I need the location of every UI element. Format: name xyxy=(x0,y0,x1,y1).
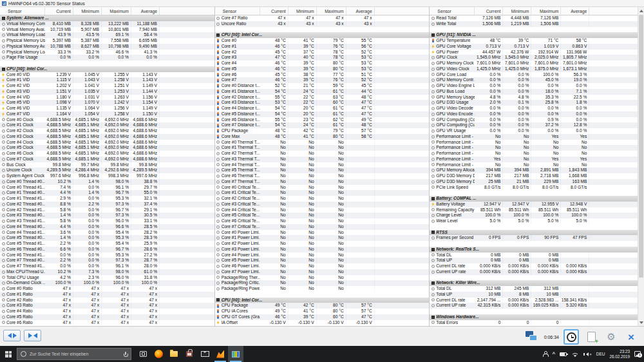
sensor-row[interactable]: Core #1 VID1.115 V1.043 V1.258 V1.143 V xyxy=(0,77,214,83)
sensor-row[interactable]: Core #3 Distance t...53 °C22 °C60 °C47 °… xyxy=(215,100,430,106)
sensor-row[interactable]: Virtual Memory Load43.9 %43.5 %69.1 %58.… xyxy=(0,32,214,38)
section-header-row[interactable]: CPU [#0]: Intel Cor... xyxy=(215,298,430,303)
taskbar-icon-mail[interactable] xyxy=(197,346,213,362)
sensor-row[interactable]: GPU Temperature48 °C39 °C71 °C58 °C xyxy=(430,38,644,44)
sensor-row[interactable]: Physical Memory Load33.3 %33.2 %46.6 %41… xyxy=(0,50,214,55)
sensor-row[interactable]: Core #0 Critical Te...NoNoNo xyxy=(215,185,430,191)
sensor-row[interactable]: Core #4 Clock4,688.5 MHz4,685.1 MHz4,692… xyxy=(0,140,214,146)
sensor-row[interactable]: GPU Bus Load0.0 %0.0 %18.0 %7.1 % xyxy=(430,89,644,95)
sensor-row[interactable]: Core #5 Thread #0...1.4 %0.0 %95.3 %28.3… xyxy=(0,235,214,241)
sensor-row[interactable]: PCIe Link Speed8.0 GT/s8.0 GT/s8.0 GT/s8… xyxy=(430,185,644,191)
sensor-row[interactable]: Core #048 °C41 °C79 °C55 °C xyxy=(215,38,430,44)
sensor-row[interactable]: Core #446 °C39 °C80 °C53 °C xyxy=(215,61,430,66)
sensor-row[interactable]: Core #7 Distance t...54 °C24 °C61 °C48 °… xyxy=(215,122,430,128)
sensor-row[interactable]: Core #245 °C37 °C78 °C52 °C xyxy=(215,50,430,55)
sensor-row[interactable]: Current DL rate0.000 KB/s0.000 KB/s0.000… xyxy=(430,263,644,269)
column-header-maximum[interactable]: Maximum xyxy=(317,7,346,15)
taskbar-icon-hwinfo-sensors[interactable] xyxy=(228,346,243,362)
people-icon[interactable] xyxy=(542,351,548,357)
sensor-row[interactable]: Core #4 VID1.180 V1.031 V1.263 V1.156 V xyxy=(0,95,214,100)
sensor-row[interactable]: Battery Voltage12.947 V12.947 V12.955 V1… xyxy=(430,202,644,207)
sensor-row[interactable]: Core #0 Power Limi...NoNoNo xyxy=(215,230,430,236)
sensor-row[interactable]: Core #2 Distance t...55 °C22 °C63 °C48 °… xyxy=(215,95,430,100)
wifi-icon[interactable] xyxy=(571,351,579,357)
volume-muted-icon[interactable]: × xyxy=(583,352,592,356)
sensor-row[interactable]: Core #2 Thermal T...NoNoNo xyxy=(215,151,430,157)
sensor-row[interactable]: Total UP10 MB8 MB10 MB xyxy=(430,292,644,298)
language-indicator[interactable]: DEU xyxy=(596,352,605,356)
section-header-row[interactable]: GPU [#1]: NVIDIA ... xyxy=(430,32,644,38)
sensor-row[interactable]: IA Offset-0.130 V-0.130 V-0.130 V-0.130 … xyxy=(215,320,430,326)
sensor-row[interactable]: Core #746 °C39 °C76 °C52 °C xyxy=(215,77,430,83)
sensor-row[interactable]: GPU Clock1,545.0 MHz1,545.0 MHz2,025.0 M… xyxy=(430,55,644,61)
taskbar-search[interactable]: Zur Suche Text hier eingeben xyxy=(17,348,131,360)
sensor-row[interactable]: Performance Limit - ...NoNoNoNo xyxy=(430,140,644,146)
section-header-row[interactable]: Network: RealTek S... xyxy=(430,247,644,252)
sensor-row[interactable]: Core #4 Ratio47 x47 x47 x47 x xyxy=(0,309,214,314)
sensor-row[interactable]: Read Total7,126 MB4,448 MB7,126 MB xyxy=(430,15,644,21)
column-header-sensor[interactable]: Sensor xyxy=(430,7,475,15)
sensor-row[interactable]: Core #3 Thread #1...5.8 %0.0 %96.0 %33.1… xyxy=(0,218,214,224)
scroll-down-arrow[interactable] xyxy=(638,319,644,326)
sensor-row[interactable]: Performance Limit - ...NoNoNoNo xyxy=(430,145,644,151)
sensor-row[interactable]: GPU Memory Usage4.8 %4.8 %35.3 %22.5 % xyxy=(430,95,644,100)
sensor-row[interactable]: Core #6 Distance t...55 °C23 °C62 °C49 °… xyxy=(215,117,430,123)
sensor-row[interactable]: Current UP rate42.315 KB/s0.000 KB/s169.… xyxy=(430,303,644,309)
sensor-row[interactable]: Core #1 Thread #1...2.9 %0.0 %95.3 %32.1… xyxy=(0,196,214,202)
column-header-sensor[interactable]: Sensor xyxy=(0,7,45,15)
sensor-row[interactable]: Core #4 Critical Te...NoNoNo xyxy=(215,207,430,213)
sensor-row[interactable]: Core #4 Thread #1...3.6 %0.0 %95.4 %28.2… xyxy=(0,230,214,236)
settings-button[interactable]: ⚙ xyxy=(603,329,619,345)
section-header-row[interactable]: RTSS xyxy=(430,230,644,236)
section-header-row[interactable]: Battery: COMPAL ... xyxy=(430,196,644,202)
sensor-row[interactable]: GPU VR Usage0.0 %0.0 %0.0 %0.0 % xyxy=(430,128,644,134)
sensor-row[interactable]: Write Total1,506 MB1,219 MB1,506 MB xyxy=(430,21,644,27)
sensor-row[interactable]: Core #4 Thermal T...NoNoNo xyxy=(215,162,430,168)
sensor-row[interactable]: Core #146 °C39 °C76 °C56 °C xyxy=(215,44,430,50)
sensor-row[interactable]: Core #3 Thermal T...NoNoNo xyxy=(215,157,430,162)
columns-forward-button[interactable] xyxy=(24,330,41,341)
column-header-minimum[interactable]: Minimum xyxy=(289,7,317,15)
sensor-row[interactable]: Core #1 Thread #0...4.4 %1.4 %96.7 %55.0… xyxy=(0,190,214,196)
scrollbar[interactable] xyxy=(638,7,644,326)
sensor-row[interactable]: Package/Ring Ther...NoNoNo xyxy=(215,275,430,281)
section-header-row[interactable]: Windows Hardware... xyxy=(430,314,644,320)
logging-button[interactable]: + xyxy=(583,329,599,345)
remote-sensor-button[interactable] xyxy=(524,329,540,345)
sensor-row[interactable]: Core #1 Ratio47 x47 x47 x47 x xyxy=(0,292,214,298)
sensor-row[interactable]: Core #7 Power Limi...NoNoNo xyxy=(215,269,430,275)
sensor-row[interactable]: Max CPU/Thread U...10.2 %7.3 %98.0 %61.0… xyxy=(0,269,214,275)
sensor-row[interactable]: Core #5 Ratio47 x47 x47 x47 x xyxy=(0,314,214,320)
sensor-row[interactable]: CPU Package48 °C42 °C79 °C57 °C xyxy=(215,128,430,134)
columns-back-button[interactable] xyxy=(3,330,21,341)
sensor-row[interactable]: Uncore Clock4,289.5 MHz4,286.4 MHz4,292.… xyxy=(0,167,214,173)
column-header-current[interactable]: Current xyxy=(475,7,503,15)
sensor-row[interactable]: GPU Computing (Cu...0.0 %0.0 %37.2 %12.8… xyxy=(430,122,644,128)
sensor-row[interactable]: Core #2 Critical Te...NoNoNo xyxy=(215,196,430,202)
sensor-row[interactable]: Core #7 Ratio47 x47 x47 x47 x xyxy=(215,15,430,21)
sensor-row[interactable]: Core #0 Ratio47 x47 x47 x47 x xyxy=(0,286,214,292)
sensor-row[interactable]: Total UP0 MB0 MB0 MB xyxy=(430,258,644,263)
sensor-row[interactable]: Core #0 Clock4,688.5 MHz4,685.1 MHz4,692… xyxy=(0,117,214,123)
sensor-row[interactable]: CPU IA Cores49 °C41 °C80 °C57 °C xyxy=(215,309,430,314)
tray-expand-chevron-icon[interactable]: ^ xyxy=(553,352,556,357)
microphone-icon[interactable] xyxy=(124,352,127,357)
task-view-button[interactable] xyxy=(135,346,151,362)
sensor-row[interactable]: GPU Memory Clock7,601.0 MHz7,601.0 MHz7,… xyxy=(430,61,644,66)
sensor-row[interactable]: Core #1 Distance t...54 °C24 °C61 °C44 °… xyxy=(215,89,430,95)
sensor-row[interactable]: Core #2 Ratio47 x47 x47 x47 x xyxy=(0,298,214,303)
column-header-sensor[interactable]: Sensor xyxy=(215,7,260,15)
sensor-row[interactable]: GPU Video Encode ...0.0 %0.0 %0.0 %0.0 % xyxy=(430,111,644,117)
sensor-row[interactable]: Core #0 Thermal T...NoNoNo xyxy=(215,140,430,146)
section-header-row[interactable]: System: Alienware ... xyxy=(0,15,214,21)
column-header-maximum[interactable]: Maximum xyxy=(531,7,561,15)
sensor-row[interactable]: Virtual Memory Avai...10,719 MB5,907 MB1… xyxy=(0,27,214,33)
sensor-row[interactable]: Core #5 VID1.098 V1.070 V1.242 V1.154 V xyxy=(0,100,214,106)
column-header-average[interactable]: Average xyxy=(561,7,589,15)
sensor-row[interactable]: Core #6 Power Limi...NoNoNo xyxy=(215,263,430,269)
sensor-row[interactable]: Core #7 Clock4,688.5 MHz4,685.1 MHz4,692… xyxy=(0,157,214,162)
column-header-average[interactable]: Average xyxy=(131,7,160,15)
close-button[interactable]: × xyxy=(623,329,639,345)
sensor-row[interactable]: Core #7 Thread #0...2.2 %0.0 %97.3 %28.7… xyxy=(0,258,214,263)
sensor-row[interactable]: GPU Power44.457 W42.376 W192.914 W131.96… xyxy=(430,50,644,55)
